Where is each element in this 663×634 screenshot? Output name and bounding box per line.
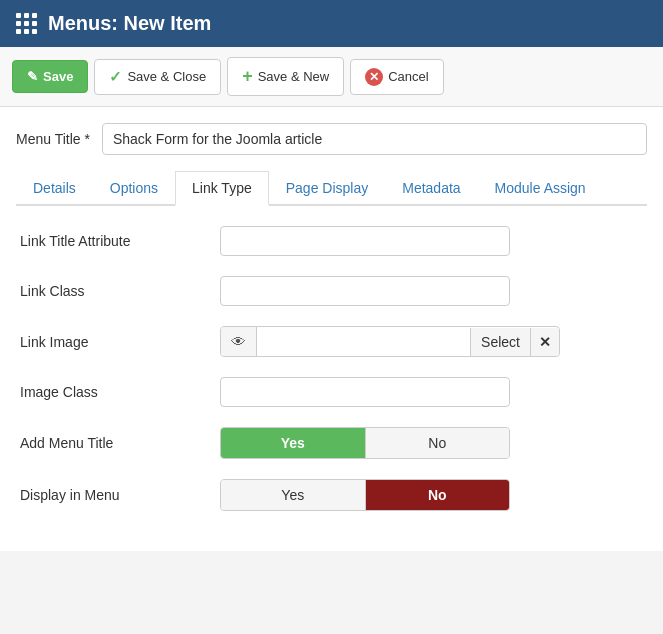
grid-icon bbox=[16, 13, 36, 34]
tab-page-display[interactable]: Page Display bbox=[269, 171, 386, 206]
display-in-menu-yes-button[interactable]: Yes bbox=[221, 480, 365, 510]
display-in-menu-no-button[interactable]: No bbox=[366, 480, 510, 510]
tab-options[interactable]: Options bbox=[93, 171, 175, 206]
add-menu-title-row: Add Menu Title Yes No bbox=[20, 427, 643, 459]
link-type-form: Link Title Attribute Link Class Link Ima… bbox=[16, 226, 647, 511]
image-class-row: Image Class bbox=[20, 377, 643, 407]
link-title-row: Link Title Attribute bbox=[20, 226, 643, 256]
menu-title-input[interactable] bbox=[102, 123, 647, 155]
content-area: Menu Title * Details Options Link Type P… bbox=[0, 107, 663, 551]
add-menu-title-no-button[interactable]: No bbox=[366, 428, 510, 458]
eye-icon[interactable]: 👁 bbox=[221, 327, 257, 356]
add-menu-title-toggle: Yes No bbox=[220, 427, 510, 459]
save-close-button[interactable]: ✓ Save & Close bbox=[94, 59, 221, 95]
link-image-row: Link Image 👁 Select ✕ bbox=[20, 326, 643, 357]
link-class-row: Link Class bbox=[20, 276, 643, 306]
page-title: Menus: New Item bbox=[48, 12, 211, 35]
link-class-label: Link Class bbox=[20, 283, 220, 299]
save-new-button[interactable]: + Save & New bbox=[227, 57, 344, 96]
cancel-button[interactable]: ✕ Cancel bbox=[350, 59, 443, 95]
save-icon: ✎ bbox=[27, 69, 38, 84]
image-class-label: Image Class bbox=[20, 384, 220, 400]
tabs-bar: Details Options Link Type Page Display M… bbox=[16, 171, 647, 206]
toolbar: ✎ Save ✓ Save & Close + Save & New ✕ Can… bbox=[0, 47, 663, 107]
save-button[interactable]: ✎ Save bbox=[12, 60, 88, 93]
link-title-label: Link Title Attribute bbox=[20, 233, 220, 249]
link-image-select-button[interactable]: Select bbox=[470, 328, 530, 356]
link-image-control: 👁 Select ✕ bbox=[220, 326, 560, 357]
image-class-input[interactable] bbox=[220, 377, 510, 407]
menu-title-row: Menu Title * bbox=[16, 123, 647, 155]
x-icon: ✕ bbox=[365, 68, 383, 86]
plus-icon: + bbox=[242, 66, 253, 87]
tab-link-type[interactable]: Link Type bbox=[175, 171, 269, 206]
link-image-input[interactable] bbox=[257, 328, 470, 356]
display-in-menu-label: Display in Menu bbox=[20, 487, 220, 503]
add-menu-title-label: Add Menu Title bbox=[20, 435, 220, 451]
add-menu-title-yes-button[interactable]: Yes bbox=[221, 428, 365, 458]
page-header: Menus: New Item bbox=[0, 0, 663, 47]
link-image-clear-button[interactable]: ✕ bbox=[530, 328, 559, 356]
link-image-label: Link Image bbox=[20, 334, 220, 350]
display-in-menu-toggle: Yes No ➤ bbox=[220, 479, 510, 511]
link-class-input[interactable] bbox=[220, 276, 510, 306]
link-title-input[interactable] bbox=[220, 226, 510, 256]
tab-details[interactable]: Details bbox=[16, 171, 93, 206]
display-in-menu-row: Display in Menu Yes No ➤ bbox=[20, 479, 643, 511]
tab-module-assign[interactable]: Module Assign bbox=[478, 171, 603, 206]
check-icon: ✓ bbox=[109, 68, 122, 86]
menu-title-label: Menu Title * bbox=[16, 131, 90, 147]
tab-metadata[interactable]: Metadata bbox=[385, 171, 477, 206]
